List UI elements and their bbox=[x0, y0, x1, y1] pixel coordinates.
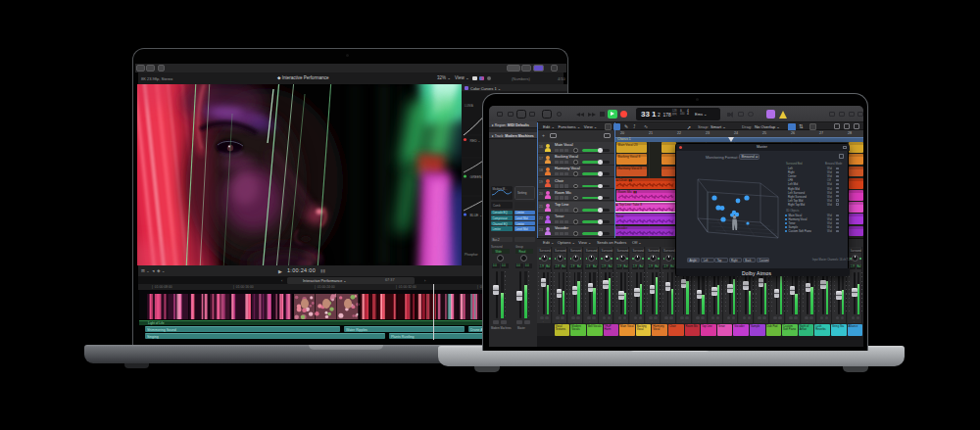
svg-text:RED ⌄: RED ⌄ bbox=[470, 139, 481, 143]
svg-text:BLUE ⌄: BLUE ⌄ bbox=[470, 214, 483, 217]
svg-text:Phosphor: Phosphor bbox=[465, 253, 479, 257]
